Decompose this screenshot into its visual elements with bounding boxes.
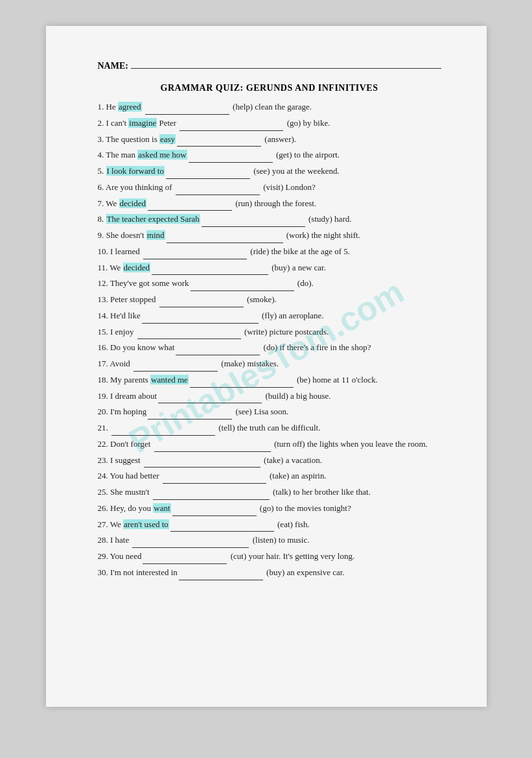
fill-blank[interactable]	[143, 250, 247, 259]
item-text: We	[110, 263, 122, 272]
quiz-item: 25. She mustn't (talk) to her brother li…	[98, 485, 441, 500]
fill-blank[interactable]	[142, 314, 259, 324]
item-text: in	[171, 567, 178, 577]
item-number: 29.	[98, 551, 108, 561]
highlighted-text: wanted me	[150, 375, 189, 385]
quiz-item: 1. He agreed (help) clean the garage.	[98, 100, 441, 115]
quiz-item: 7. We decided (run) through the forest.	[98, 196, 441, 211]
item-text: (take) an aspirin.	[268, 471, 327, 480]
item-number: 26.	[98, 503, 108, 513]
quiz-item: 19. I dream about (build) a big house.	[98, 389, 441, 404]
item-text: (see) Lisa soon.	[233, 407, 288, 416]
worksheet-page: PrintablesTom.com NAME: GRAMMAR QUIZ: GE…	[46, 26, 487, 707]
item-text: (ride) the bike at the age of 5.	[248, 246, 350, 256]
item-text	[142, 102, 144, 112]
name-label: NAME:	[98, 61, 128, 71]
highlighted-text: decided	[123, 263, 150, 272]
quiz-item: 26. Hey, do you want (go) to the movies …	[98, 501, 441, 516]
item-text: (get) to the airport.	[274, 150, 340, 160]
fill-blank[interactable]	[145, 106, 229, 115]
fill-blank[interactable]	[191, 282, 294, 291]
quiz-item: 21. (tell) the truth can be difficult.	[98, 421, 441, 436]
item-text: (cut) your hair. It's getting very long.	[228, 551, 354, 561]
item-text: (answer).	[262, 134, 296, 144]
quiz-item: 13. Peter stopped (smoke).	[98, 292, 441, 307]
quiz-item: 20. I'm hoping (see) Lisa soon.	[98, 405, 441, 420]
item-text: Are you thinking of	[106, 182, 174, 192]
item-number: 9.	[98, 230, 104, 240]
fill-blank[interactable]	[153, 491, 270, 500]
quiz-title: GRAMMAR QUIZ: GERUNDS AND INFINITIVES	[98, 83, 441, 93]
quiz-item: 29. You need (cut) your hair. It's getti…	[98, 549, 441, 564]
fill-blank[interactable]	[148, 202, 232, 211]
item-number: 8.	[98, 214, 104, 224]
item-number: 10.	[98, 246, 108, 256]
item-text: He'd like	[110, 311, 141, 320]
fill-blank[interactable]	[189, 154, 273, 163]
fill-blank[interactable]	[137, 330, 241, 339]
quiz-item: 18. My parents wanted me (be) home at 11…	[98, 373, 441, 388]
fill-blank[interactable]	[170, 523, 274, 532]
item-text: (talk) to her brother like that.	[271, 487, 371, 497]
fill-blank[interactable]	[158, 394, 262, 403]
quiz-item: 5. I look forward to (see) you at the we…	[98, 164, 441, 179]
item-text: (help) clean the garage.	[231, 102, 312, 112]
item-text: I learned	[110, 246, 142, 256]
item-number: 7.	[98, 198, 104, 208]
item-text: (build) a big house.	[263, 391, 330, 401]
item-number: 5.	[98, 166, 104, 176]
fill-blank[interactable]	[148, 410, 232, 420]
fill-blank[interactable]	[152, 266, 268, 275]
item-text: (tell) the truth can be difficult.	[216, 423, 320, 432]
item-text: (buy) a new car.	[270, 263, 326, 272]
fill-blank[interactable]	[167, 234, 283, 243]
item-text: I dream about	[110, 391, 157, 401]
item-text: The question is	[106, 134, 159, 144]
item-text: (buy) an expensive car.	[264, 567, 345, 577]
fill-blank[interactable]	[172, 507, 257, 516]
fill-blank[interactable]	[166, 170, 250, 179]
fill-blank[interactable]	[144, 458, 260, 468]
fill-blank[interactable]	[159, 298, 244, 307]
item-text: I enjoy	[110, 327, 136, 337]
quiz-item: 23. I suggest (take) a vacation.	[98, 453, 441, 468]
highlighted-text: easy	[159, 134, 176, 144]
item-number: 25.	[98, 487, 108, 497]
fill-blank[interactable]	[154, 443, 271, 452]
fill-blank[interactable]	[176, 186, 260, 195]
fill-blank[interactable]	[176, 346, 260, 355]
item-text: Peter	[157, 118, 178, 128]
item-text: (write) picture postcards.	[242, 327, 329, 337]
item-text: (go) by bike.	[284, 118, 330, 128]
fill-blank[interactable]	[111, 427, 215, 436]
fill-blank[interactable]	[179, 122, 283, 131]
fill-blank[interactable]	[133, 362, 218, 372]
highlighted-text: asked me how	[137, 150, 187, 160]
fill-blank[interactable]	[132, 539, 249, 548]
fill-blank[interactable]	[190, 379, 294, 388]
quiz-item: 2. I can't imagine Peter (go) by bike.	[98, 116, 441, 131]
item-number: 27.	[98, 519, 108, 529]
item-text: what	[158, 342, 174, 352]
item-number: 24.	[98, 471, 108, 480]
item-text: (listen) to music.	[250, 535, 309, 545]
quiz-item: 8. The teacher expected Sarah (study) ha…	[98, 212, 441, 227]
item-number: 19.	[98, 391, 108, 401]
quiz-item: 9. She doesn't mind (work) the night shi…	[98, 228, 441, 243]
highlighted-text: The teacher expected Sarah	[106, 214, 200, 224]
item-number: 16.	[98, 342, 108, 352]
item-text: (run) through the forest.	[233, 198, 316, 208]
fill-blank[interactable]	[202, 218, 305, 227]
fill-blank[interactable]	[179, 571, 263, 580]
quiz-item: 24. You had better (take) an aspirin.	[98, 469, 441, 484]
item-number: 20.	[98, 407, 108, 416]
item-number: 22.	[98, 439, 108, 449]
fill-blank[interactable]	[143, 555, 227, 564]
fill-blank[interactable]	[177, 137, 261, 147]
item-text: (do) if there's a fire in the shop?	[261, 342, 371, 352]
item-number: 28.	[98, 535, 108, 545]
item-text: I'm not interested	[110, 567, 171, 577]
item-text: She mustn't	[110, 487, 152, 497]
item-text: (fly) an aeroplane.	[260, 311, 324, 320]
fill-blank[interactable]	[163, 475, 266, 484]
